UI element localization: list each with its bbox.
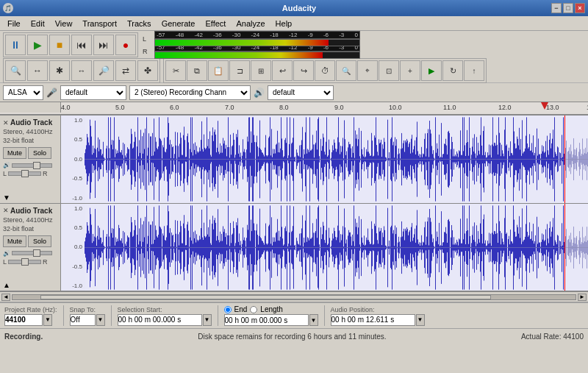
length-radio[interactable] [250, 306, 257, 313]
menu-tracks[interactable]: Tracks [123, 18, 156, 29]
scroll-left-button[interactable]: ◄ [1, 294, 10, 301]
pause-button[interactable]: ⏸ [5, 35, 26, 55]
ruler-label-11: 11.0 [443, 104, 456, 111]
track-2-mute-solo: Mute Solo [3, 235, 57, 247]
project-rate-input[interactable] [4, 314, 43, 326]
menu-edit[interactable]: Edit [26, 18, 49, 29]
api-select[interactable]: ALSA [3, 85, 43, 100]
menu-transport[interactable]: Transport [78, 18, 121, 29]
skip-forward-button[interactable]: ⏭ [93, 35, 114, 55]
sync-button[interactable]: ⏱ [315, 60, 335, 81]
undo-button[interactable]: ↩ [272, 60, 293, 81]
silence-button[interactable]: ⊞ [251, 60, 271, 81]
audio-position-input[interactable] [331, 314, 415, 326]
track-area: ✕ Audio Track Stereo, 44100Hz 32-bit flo… [0, 115, 588, 291]
track-1-gain-row: 🔊 [3, 162, 57, 168]
stop-button[interactable]: ■ [49, 35, 70, 55]
waveform-display: 1.0 0.5 0.0 -0.5 -1.0 1.0 0.5 0.0 -0.5 -… [61, 116, 588, 291]
selection-start-dropdown[interactable]: ▼ [203, 314, 212, 326]
maximize-button[interactable]: □ [563, 3, 573, 13]
track-2-gain-icon: 🔊 [3, 250, 10, 257]
track-2-solo-button[interactable]: Solo [28, 235, 51, 247]
play-button[interactable]: ▶ [27, 35, 48, 55]
disk-space-status: Disk space remains for recording 6 hours… [63, 333, 521, 341]
bottom-status-bar: Recording. Disk space remains for record… [0, 328, 588, 344]
close-button[interactable]: × [575, 3, 585, 13]
scroll-track [12, 294, 576, 300]
input-device-select[interactable]: default [60, 85, 126, 100]
snap-to-section: Snap To: ▼ [70, 306, 105, 326]
track-2-L-label: L [3, 258, 7, 266]
track-1-L-label: L [3, 170, 7, 177]
zoom-in-tool[interactable]: 🔍 [5, 60, 26, 81]
cut-button[interactable]: ✂ [165, 60, 186, 81]
track-1-mute-button[interactable]: Mute [3, 147, 26, 159]
end-value-input[interactable] [224, 314, 309, 326]
end-radio[interactable] [224, 306, 232, 313]
menu-help[interactable]: Help [271, 18, 297, 29]
track-2-close-icon[interactable]: ✕ [3, 207, 9, 214]
zoom-in-btn2[interactable]: + [400, 60, 420, 81]
redo-button[interactable]: ↪ [293, 60, 314, 81]
audio-position-dropdown[interactable]: ▼ [416, 314, 425, 326]
track-1-gain-slider[interactable] [12, 163, 52, 168]
audio-position-section: Audio Position: ▼ [331, 306, 425, 326]
status-sep-3 [218, 305, 218, 326]
snap-to-input[interactable] [70, 314, 96, 326]
play-green-btn[interactable]: ▶ [421, 60, 442, 81]
title-bar: 🎵 Audacity − □ × [0, 0, 588, 16]
track-1-collapse-icon[interactable]: ▼ [3, 193, 10, 202]
scroll-thumb[interactable] [40, 295, 491, 299]
menu-generate[interactable]: Generate [157, 18, 200, 29]
y-label-1.0: 1.0 [61, 117, 85, 124]
selection-tool[interactable]: ↔ [27, 60, 48, 81]
envelope-tool[interactable]: ✱ [49, 60, 70, 81]
y-label2-neg0.5: -0.5 [61, 263, 85, 270]
copy-button[interactable]: ⧉ [187, 60, 207, 81]
timeline-ruler: 4.0 5.0 6.0 7.0 8.0 9.0 10.0 11.0 12.0 1… [0, 102, 588, 115]
channel-select[interactable]: 2 (Stereo) Recording Chann [129, 85, 251, 100]
project-rate-dropdown[interactable]: ▼ [43, 314, 52, 326]
snap-to-label: Snap To: [70, 306, 96, 313]
status-bar: Project Rate (Hz): ▼ Snap To: ▼ Selectio… [0, 302, 588, 328]
menu-analyze[interactable]: Analyze [232, 18, 269, 29]
waveform-track-2: 1.0 0.5 0.0 -0.5 -1.0 [61, 204, 588, 292]
timeshift-tool[interactable]: ⇄ [115, 60, 136, 81]
loop-btn[interactable]: ↻ [442, 60, 463, 81]
zoom-sel-button[interactable]: 🔍 [336, 60, 356, 81]
track-1-pan-slider[interactable] [8, 171, 41, 176]
project-rate-label: Project Rate (Hz): [4, 306, 57, 313]
record-button[interactable]: ● [115, 35, 136, 55]
menu-effect[interactable]: Effect [201, 18, 231, 29]
track-1-solo-button[interactable]: Solo [28, 147, 51, 159]
draw-tool[interactable]: ↔ [71, 60, 92, 81]
trim-button[interactable]: ⊐ [229, 60, 250, 81]
waveform-canvas-1 [85, 116, 588, 203]
end-value-dropdown[interactable]: ▼ [309, 314, 318, 326]
vu-meter-R: R -57-48-42-36-30-24-18-12-9-6-30 [143, 46, 360, 57]
scroll-right-button[interactable]: ► [578, 294, 587, 301]
zoom-fit-button[interactable]: ⊡ [379, 60, 399, 81]
project-rate-section: Project Rate (Hz): ▼ [4, 306, 57, 326]
selection-start-input[interactable] [118, 314, 202, 326]
zoom-proj-button[interactable]: ⌖ [357, 60, 378, 81]
track-2-gain-slider[interactable] [12, 251, 52, 255]
track-1-close-icon[interactable]: ✕ [3, 119, 9, 127]
snap-to-dropdown[interactable]: ▼ [96, 314, 105, 326]
ruler-label-8: 8.0 [279, 104, 289, 111]
output-device-select[interactable]: default [268, 85, 334, 100]
skip-back-button[interactable]: ⏮ [71, 35, 92, 55]
paste-button[interactable]: 📋 [208, 60, 229, 81]
multi-tool[interactable]: ✤ [137, 60, 158, 81]
track-2-collapse-icon[interactable]: ▲ [3, 281, 10, 289]
menu-view[interactable]: View [51, 18, 77, 29]
menu-file[interactable]: File [3, 18, 25, 29]
meter-btn[interactable]: ↑ [464, 60, 484, 81]
zoom-out-tool[interactable]: 🔎 [93, 60, 114, 81]
track-2-mute-button[interactable]: Mute [3, 235, 26, 247]
y-label2-0.5: 0.5 [61, 224, 85, 231]
track-2-controls: ✕ Audio Track Stereo, 44100Hz 32-bit flo… [0, 204, 60, 292]
minimize-button[interactable]: − [551, 3, 562, 13]
track-2-pan-slider[interactable] [8, 260, 41, 264]
vu-meter-L: L -57-48-42-36-30-24-18-12-9-6-30 [143, 33, 360, 45]
